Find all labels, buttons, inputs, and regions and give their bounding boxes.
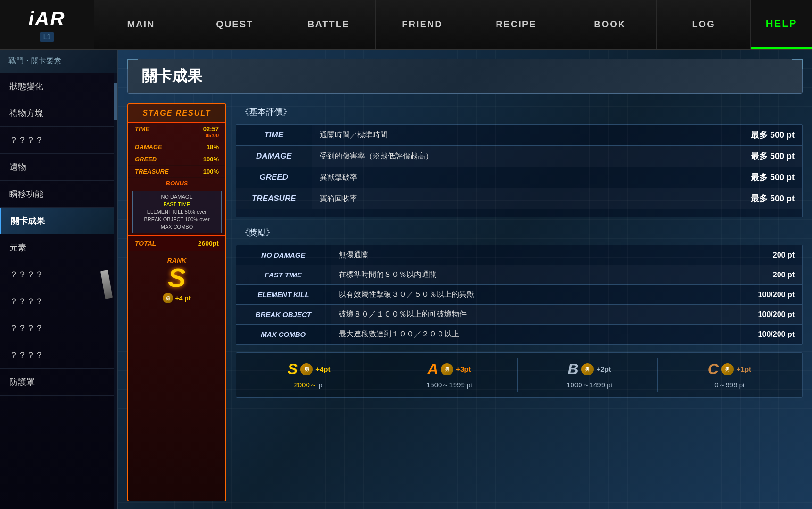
stage-result-title: STAGE RESULT bbox=[142, 109, 211, 117]
rank-c-range: 0～999 pt bbox=[714, 381, 744, 390]
bonus-fast-time-label: FAST TIME bbox=[236, 265, 331, 285]
bonus-max-combo-label: MAX COMBO bbox=[236, 325, 331, 344]
scrollbar-thumb bbox=[114, 83, 117, 120]
bonus-no-damage: NO DAMAGE bbox=[134, 193, 219, 200]
rank-tier-b: B 勇 +2pt 1000～1499 pt bbox=[522, 358, 658, 392]
nav-recipe[interactable]: RECIPE bbox=[469, 0, 563, 49]
bonus-break-object-pts: 100/200 pt bbox=[727, 305, 802, 325]
main-layout: 戰鬥・關卡要素 狀態變化 禮物方塊 ？？？？ 遺物 瞬移功能 關卡成果 元素 ？… bbox=[0, 50, 812, 509]
eval-greed-label: GREED bbox=[236, 167, 312, 188]
stage-result-header: STAGE RESULT bbox=[128, 104, 225, 123]
nav-items: MAIN QUEST BATTLE FRIEND RECIPE BOOK LOG bbox=[94, 0, 751, 49]
sidebar-item-relic[interactable]: 遺物 bbox=[0, 154, 117, 181]
rank-tiers-footer: S 勇 +4pt 2000～ pt A 勇 bbox=[236, 352, 803, 398]
nav-quest[interactable]: QUEST bbox=[188, 0, 282, 49]
nav-main[interactable]: MAIN bbox=[94, 0, 188, 49]
result-damage-row: DAMAGE 18% bbox=[128, 141, 225, 153]
level-badge: L1 bbox=[40, 32, 55, 42]
bonus-element-kill-row: ELEMENT KILL 以有效屬性擊破３０／５０％以上的異獸 100/200 … bbox=[236, 285, 802, 305]
bonus-fast-time-pts: 200 pt bbox=[727, 265, 802, 285]
sidebar-item-unknown5[interactable]: ？？？？ bbox=[0, 342, 117, 369]
rank-s-top: S 勇 +4pt bbox=[288, 360, 331, 378]
bonus-fast-time: FAST TIME bbox=[134, 200, 219, 208]
eval-treasure-row: TREASURE 寶箱回收率 最多 500 pt bbox=[236, 188, 802, 209]
basic-eval-table: TIME 通關時間／標準時間 最多 500 pt DAMAGE 受到的傷害率（※… bbox=[236, 125, 802, 209]
bonus-max-combo-pts: 100/200 pt bbox=[727, 325, 802, 344]
eval-damage-row: DAMAGE 受到的傷害率（※越低評價越高） 最多 500 pt bbox=[236, 146, 802, 167]
treasure-value: 100% bbox=[203, 168, 219, 175]
total-label: TOTAL bbox=[135, 240, 156, 247]
result-greed-row: GREED 100% bbox=[128, 153, 225, 166]
rank-c-pts: +1pt bbox=[737, 365, 751, 373]
logo-area: iAR L1 bbox=[0, 0, 94, 49]
bonus-eval-table: NO DAMAGE 無傷通關 200 pt FAST TIME 在標準時間的８０… bbox=[236, 245, 802, 344]
bonus-eval-header: 《獎勵》 bbox=[236, 224, 803, 241]
nav-book[interactable]: BOOK bbox=[563, 0, 657, 49]
sidebar-item-gift[interactable]: 禮物方塊 bbox=[0, 100, 117, 127]
nav-help[interactable]: HELP bbox=[751, 0, 812, 49]
sidebar: 戰鬥・關卡要素 狀態變化 禮物方塊 ？？？？ 遺物 瞬移功能 關卡成果 元素 ？… bbox=[0, 50, 118, 509]
rank-c-top: C 勇 +1pt bbox=[708, 360, 751, 378]
rank-b-letter: B bbox=[567, 360, 578, 378]
bonus-no-damage-desc: 無傷通關 bbox=[331, 245, 727, 265]
time-label: TIME bbox=[135, 125, 149, 138]
damage-label: DAMAGE bbox=[135, 143, 162, 150]
rank-b-top: B 勇 +2pt bbox=[567, 360, 611, 378]
rank-a-pts: +3pt bbox=[456, 365, 471, 373]
rank-area: RANK S 勇 +4 pt bbox=[128, 251, 225, 308]
bonus-max-combo-desc: 最大連段數達到１００／２００以上 bbox=[331, 325, 727, 344]
bonus-no-damage-label: NO DAMAGE bbox=[236, 245, 331, 265]
eval-time-row: TIME 通關時間／標準時間 最多 500 pt bbox=[236, 125, 802, 146]
sidebar-item-teleport[interactable]: 瞬移功能 bbox=[0, 181, 117, 208]
eval-greed-desc: 異獸擊破率 bbox=[312, 167, 743, 188]
result-time-row: TIME 02:57 05:00 bbox=[128, 123, 225, 141]
eval-greed-pts: 最多 500 pt bbox=[743, 167, 802, 188]
rank-b-range: 1000～1499 pt bbox=[566, 381, 612, 390]
bonus-break-object: BREAK OBJECT 100% over bbox=[134, 216, 219, 223]
bonus-element-kill-pts: 100/200 pt bbox=[727, 285, 802, 305]
greed-value: 100% bbox=[203, 156, 219, 163]
sidebar-item-unknown3[interactable]: ？？？？ bbox=[0, 288, 117, 315]
eval-greed-row: GREED 異獸擊破率 最多 500 pt bbox=[236, 167, 802, 188]
rank-c-letter: C bbox=[708, 360, 719, 378]
rank-letter: S bbox=[133, 265, 221, 291]
sidebar-header: 戰鬥・關卡要素 bbox=[0, 50, 117, 73]
eval-damage-desc: 受到的傷害率（※越低評價越高） bbox=[312, 146, 743, 167]
rank-tier-a: A 勇 +3pt 1500～1999 pt bbox=[381, 358, 517, 392]
top-navigation: iAR L1 MAIN QUEST BATTLE FRIEND RECIPE B… bbox=[0, 0, 812, 50]
bonus-section-label: BONUS bbox=[128, 178, 225, 189]
bonus-break-object-row: BREAK OBJECT 破壞８０／１００％以上的可破壞物件 100/200 p… bbox=[236, 305, 802, 325]
bonus-eval-table-wrapper: NO DAMAGE 無傷通關 200 pt FAST TIME 在標準時間的８０… bbox=[236, 245, 803, 345]
treasure-label: TREASURE bbox=[135, 168, 169, 175]
sidebar-item-unknown2[interactable]: ？？？？ bbox=[0, 261, 117, 288]
eval-treasure-desc: 寶箱回收率 bbox=[312, 188, 743, 209]
nav-friend[interactable]: FRIEND bbox=[376, 0, 470, 49]
content-area: 關卡成果 STAGE RESULT TIME 02:57 05:00 DAMAG… bbox=[118, 50, 812, 509]
sidebar-item-shield[interactable]: 防護罩 bbox=[0, 369, 117, 396]
bonus-element-kill-label: ELEMENT KILL bbox=[236, 285, 331, 305]
logo-text: iAR bbox=[28, 8, 65, 30]
sidebar-item-unknown4[interactable]: ？？？？ bbox=[0, 315, 117, 342]
greed-label: GREED bbox=[135, 156, 157, 163]
sidebar-item-status[interactable]: 狀態變化 bbox=[0, 73, 117, 100]
bonus-break-object-desc: 破壞８０／１００％以上的可破壞物件 bbox=[331, 305, 727, 325]
nav-log[interactable]: LOG bbox=[657, 0, 751, 49]
right-content: 《基本評價》 TIME 通關時間／標準時間 最多 500 pt DAMAGE 受… bbox=[236, 103, 803, 501]
bonus-no-damage-pts: 200 pt bbox=[727, 245, 802, 265]
stage-result-card: STAGE RESULT TIME 02:57 05:00 DAMAGE 18%… bbox=[127, 103, 226, 501]
total-row: TOTAL 2600pt bbox=[128, 235, 225, 251]
bonus-fast-time-desc: 在標準時間的８０％以內通關 bbox=[331, 265, 727, 285]
eval-damage-label: DAMAGE bbox=[236, 146, 312, 167]
bonus-list: NO DAMAGE FAST TIME ELEMENT KILL 50% ove… bbox=[132, 191, 222, 233]
rank-s-medal: 勇 bbox=[300, 363, 313, 375]
rank-s-pts: +4pt bbox=[315, 365, 330, 373]
sidebar-item-stage-result[interactable]: 關卡成果 bbox=[0, 208, 117, 234]
sidebar-scrollbar[interactable] bbox=[114, 73, 117, 509]
rank-b-medal: 勇 bbox=[581, 363, 594, 375]
two-col-layout: STAGE RESULT TIME 02:57 05:00 DAMAGE 18%… bbox=[127, 103, 803, 501]
nav-battle[interactable]: BATTLE bbox=[282, 0, 376, 49]
eval-time-label: TIME bbox=[236, 125, 312, 146]
sidebar-item-element[interactable]: 元素 bbox=[0, 234, 117, 261]
sidebar-item-unknown1[interactable]: ？？？？ bbox=[0, 127, 117, 154]
rank-a-top: A 勇 +3pt bbox=[427, 360, 471, 378]
